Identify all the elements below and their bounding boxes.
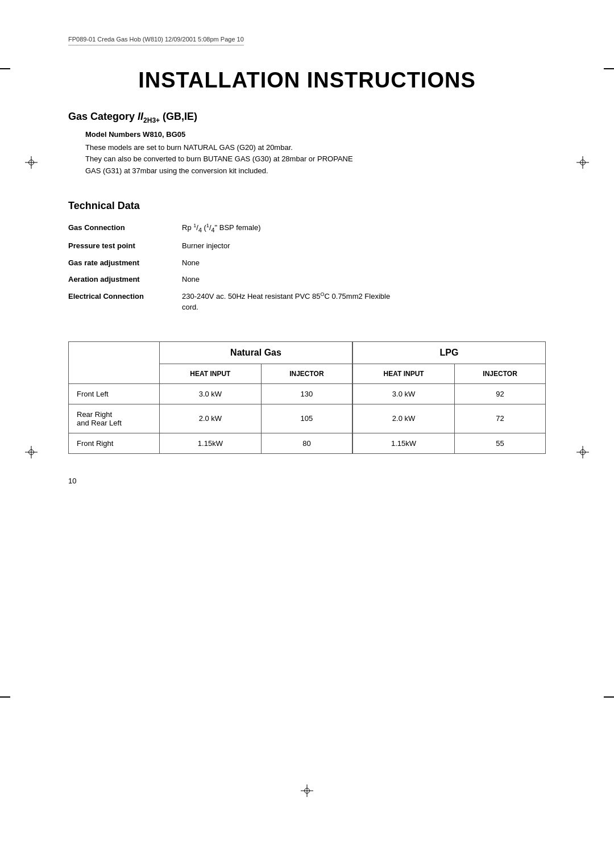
crosshair-left-mid: [25, 446, 38, 458]
data-table-section: Natural Gas LPG HEAT INPUT INJECTOR HEAT…: [68, 341, 546, 454]
tech-row-gas-rate: Gas rate adjustment None: [68, 257, 546, 269]
sub-header-injector-lpg: INJECTOR: [455, 364, 546, 383]
injector-ng-front-left: 130: [261, 383, 352, 404]
sub-header-injector-ng: INJECTOR: [261, 364, 352, 383]
sub-header-heat-lpg: HEAT INPUT: [352, 364, 455, 383]
crosshair-bottom-center: [301, 784, 313, 797]
injector-lpg-front-left: 92: [455, 383, 546, 404]
aeration-value: None: [182, 274, 546, 285]
gas-category-symbol: II: [138, 111, 143, 122]
gas-category-suffix: (GB,IE): [160, 111, 197, 122]
injector-lpg-rear: 72: [455, 404, 546, 433]
tech-row-electrical: Electrical Connection 230-240V ac. 50Hz …: [68, 291, 546, 313]
desc-line3: GAS (G31) at 37mbar using the conversion…: [85, 166, 268, 175]
gas-category-prefix: Gas Category: [68, 111, 138, 122]
page-number: 10: [68, 477, 546, 485]
col-header-natural-gas: Natural Gas: [160, 341, 352, 364]
tech-row-pressure: Pressure test point Burner injector: [68, 240, 546, 252]
side-marker-left-top: [0, 68, 10, 69]
table-row: Front Right 1.15kW 80 1.15kW 55: [69, 433, 546, 453]
description: These models are set to burn NATURAL GAS…: [85, 142, 546, 177]
model-numbers: Model Numbers W810, BG05: [85, 130, 546, 139]
burner-data-table: Natural Gas LPG HEAT INPUT INJECTOR HEAT…: [68, 341, 546, 454]
side-marker-right-bottom: [604, 696, 614, 698]
desc-line1: These models are set to burn NATURAL GAS…: [85, 143, 293, 152]
heat-lpg-front-left: 3.0 kW: [352, 383, 455, 404]
pressure-label: Pressure test point: [68, 240, 182, 252]
gas-connection-value: Rp 1/4 (1/4" BSP female): [182, 222, 546, 235]
heat-ng-rear: 2.0 kW: [160, 404, 262, 433]
col-header-burner: [69, 341, 160, 383]
aeration-label: Aeration adjustment: [68, 274, 182, 285]
burner-front-left: Front Left: [69, 383, 160, 404]
heat-ng-front-left: 3.0 kW: [160, 383, 262, 404]
tech-row-aeration: Aeration adjustment None: [68, 274, 546, 285]
crosshair-right-mid: [576, 446, 589, 458]
gas-rate-label: Gas rate adjustment: [68, 257, 182, 269]
heat-lpg-rear: 2.0 kW: [352, 404, 455, 433]
gas-connection-label: Gas Connection: [68, 222, 182, 233]
page: FP089-01 Creda Gas Hob (W810) 12/09/2001…: [0, 0, 614, 868]
technical-data-title: Technical Data: [68, 200, 546, 212]
heat-lpg-front-right: 1.15kW: [352, 433, 455, 453]
electrical-value: 230-240V ac. 50Hz Heat resistant PVC 85O…: [182, 291, 546, 313]
injector-ng-front-right: 80: [261, 433, 352, 453]
tech-row-gas-connection: Gas Connection Rp 1/4 (1/4" BSP female): [68, 222, 546, 235]
table-row: Front Left 3.0 kW 130 3.0 kW 92: [69, 383, 546, 404]
technical-data-rows: Gas Connection Rp 1/4 (1/4" BSP female) …: [68, 222, 546, 313]
header-line: FP089-01 Creda Gas Hob (W810) 12/09/2001…: [68, 36, 244, 45]
desc-line2: They can also be converted to burn BUTAN…: [85, 155, 353, 163]
main-title: INSTALLATION INSTRUCTIONS: [68, 68, 546, 93]
injector-ng-rear: 105: [261, 404, 352, 433]
burner-front-right: Front Right: [69, 433, 160, 453]
col-header-lpg: LPG: [352, 341, 546, 364]
gas-rate-value: None: [182, 257, 546, 269]
burner-rear: Rear Rightand Rear Left: [69, 404, 160, 433]
side-marker-left-bottom: [0, 696, 10, 698]
table-row: Rear Rightand Rear Left 2.0 kW 105 2.0 k…: [69, 404, 546, 433]
injector-lpg-front-right: 55: [455, 433, 546, 453]
sub-header-heat-ng: HEAT INPUT: [160, 364, 262, 383]
crosshair-right-top: [576, 156, 589, 169]
electrical-label: Electrical Connection: [68, 291, 182, 302]
crosshair-left-top: [25, 156, 38, 169]
pressure-value: Burner injector: [182, 240, 546, 252]
gas-category-subscript: 2H3+: [143, 116, 160, 124]
gas-category-heading: Gas Category II2H3+ (GB,IE): [68, 111, 546, 124]
heat-ng-front-right: 1.15kW: [160, 433, 262, 453]
side-marker-right-top: [604, 68, 614, 69]
